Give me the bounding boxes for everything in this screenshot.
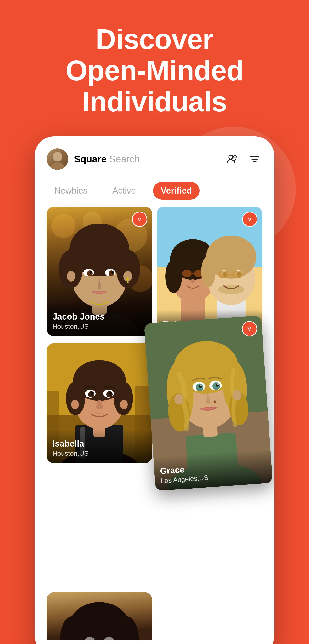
profile-name-jacob: Jacob Jones bbox=[52, 312, 146, 322]
phone-frame: Square Search bbox=[35, 136, 274, 644]
svg-point-9 bbox=[52, 214, 76, 238]
svg-point-66 bbox=[66, 382, 85, 415]
svg-point-5 bbox=[232, 154, 233, 156]
svg-point-36 bbox=[165, 260, 182, 293]
svg-point-24 bbox=[108, 270, 114, 276]
svg-point-25 bbox=[90, 271, 92, 274]
tab-newbies[interactable]: Newbies bbox=[47, 182, 95, 200]
header-icons bbox=[224, 152, 262, 167]
svg-point-17 bbox=[59, 250, 83, 288]
profile-card-grace[interactable]: V Grace Los Angeles,US bbox=[144, 316, 273, 491]
location-people-icon[interactable] bbox=[224, 152, 240, 167]
svg-point-72 bbox=[88, 391, 94, 398]
profile-location-isabella: Houston,US bbox=[52, 450, 146, 457]
svg-point-27 bbox=[126, 278, 129, 280]
filter-tabs: Newbies Active Verified bbox=[35, 177, 274, 207]
verified-badge-jacob: V bbox=[132, 212, 147, 227]
svg-text:V: V bbox=[138, 216, 141, 222]
svg-point-23 bbox=[87, 270, 93, 276]
svg-point-26 bbox=[111, 271, 114, 274]
nav-tabs-header: Square Search bbox=[74, 154, 219, 164]
tab-verified[interactable]: Verified bbox=[153, 182, 200, 200]
tab-active[interactable]: Active bbox=[105, 182, 144, 200]
svg-point-68 bbox=[71, 400, 79, 409]
profile-overlay-jacob: Jacob Jones Houston,US bbox=[47, 302, 152, 336]
svg-point-74 bbox=[91, 392, 94, 394]
svg-text:V: V bbox=[248, 326, 252, 332]
profile-overlay-isabella: Isabella Houston,US bbox=[47, 429, 152, 463]
svg-point-20 bbox=[123, 271, 132, 282]
profile-name-isabella: Isabella bbox=[52, 439, 146, 449]
profile-location-jacob: Houston,US bbox=[52, 323, 146, 330]
profiles-grid-row2: Isabella Houston,US bbox=[35, 343, 274, 640]
svg-rect-51 bbox=[219, 271, 229, 278]
profile-card-peek[interactable] bbox=[47, 592, 152, 640]
svg-point-1 bbox=[51, 162, 64, 170]
app-header: Square Search bbox=[35, 136, 274, 177]
phone-wrapper: Square Search bbox=[28, 136, 282, 644]
svg-point-19 bbox=[67, 271, 76, 282]
nav-square[interactable]: Square bbox=[74, 154, 106, 164]
svg-point-0 bbox=[53, 152, 62, 162]
svg-rect-38 bbox=[182, 270, 192, 277]
profile-card-isabella[interactable]: Isabella Houston,US bbox=[47, 343, 152, 463]
svg-rect-52 bbox=[232, 271, 243, 278]
filter-icon[interactable] bbox=[247, 152, 262, 167]
profile-card-jacob[interactable]: V Jacob Jones Houston,US bbox=[47, 207, 152, 336]
svg-point-67 bbox=[114, 382, 133, 415]
svg-point-28 bbox=[127, 281, 129, 283]
svg-text:V: V bbox=[248, 216, 252, 222]
svg-point-46 bbox=[201, 256, 216, 287]
avatar[interactable] bbox=[47, 148, 68, 170]
svg-point-41 bbox=[190, 279, 195, 283]
hero-title: Discover Open-Minded Individuals bbox=[46, 0, 263, 136]
svg-point-69 bbox=[120, 400, 128, 409]
verified-badge-robert: V bbox=[242, 212, 258, 227]
svg-point-73 bbox=[106, 391, 112, 398]
nav-search[interactable]: Search bbox=[110, 154, 140, 164]
svg-point-75 bbox=[109, 392, 112, 394]
svg-point-4 bbox=[234, 155, 236, 158]
